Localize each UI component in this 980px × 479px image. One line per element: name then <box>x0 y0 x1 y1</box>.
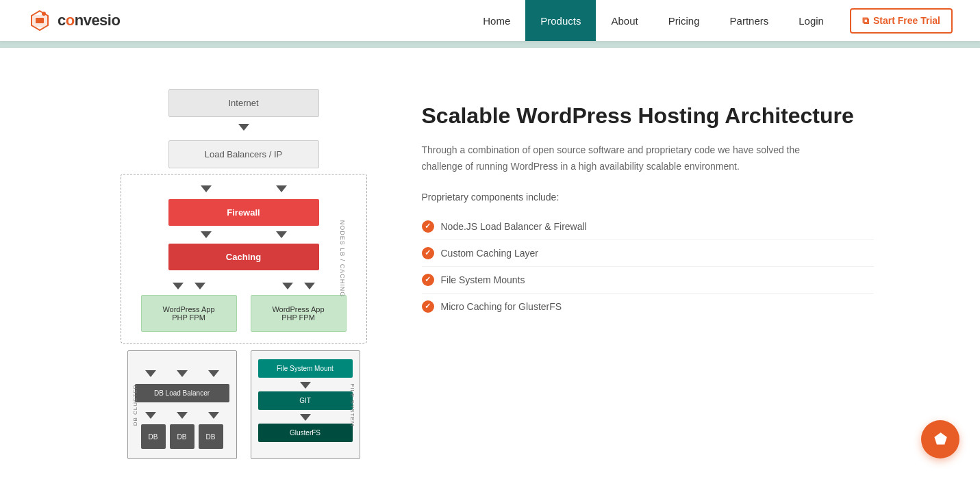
db-node-1: DB <box>141 424 166 449</box>
nodes-section: NODES LB / CACHING Firewall Caching <box>121 174 367 344</box>
logo-icon <box>27 8 52 33</box>
content-section: Scalable WordPress Hosting Architecture … <box>422 89 874 320</box>
feature-text-1: Node.JS Load Balancer & Firewall <box>441 221 587 232</box>
nodes-label: NODES LB / CACHING <box>339 220 346 298</box>
proprietary-label: Proprietary components include: <box>422 192 874 203</box>
nav-partners[interactable]: Partners <box>715 0 784 41</box>
nav-about[interactable]: About <box>596 0 653 41</box>
svg-point-3 <box>42 12 46 16</box>
bottom-row: DB CLUSTER DB Load Balancer <box>107 350 381 459</box>
load-balancer-block: Load Balancers / IP <box>168 140 319 168</box>
nav-login[interactable]: Login <box>783 0 839 41</box>
db-cluster-label: DB CLUSTER <box>131 384 138 426</box>
feature-item-4: Micro Caching for GlusterFS <box>422 294 874 320</box>
main-content: Internet Load Balancers / IP NODES LB / … <box>79 89 901 459</box>
db-node-3: DB <box>199 424 223 449</box>
feature-item-2: Custom Caching Layer <box>422 240 874 267</box>
feature-text-3: File System Mounts <box>441 274 525 285</box>
nav-links: Home Products About Pricing Partners Log… <box>468 0 953 41</box>
teal-banner <box>0 41 980 48</box>
db-node-2: DB <box>170 424 194 449</box>
check-icon-4 <box>422 300 434 313</box>
logo-text: convesio <box>58 12 120 29</box>
feature-item-1: Node.JS Load Balancer & Firewall <box>422 213 874 240</box>
fs-mount-block: File System Mount <box>258 359 353 378</box>
check-icon-1 <box>422 220 434 233</box>
glusterfs-block: GlusterFS <box>258 424 353 442</box>
feature-list: Node.JS Load Balancer & Firewall Custom … <box>422 213 874 320</box>
git-block: GIT <box>258 391 353 410</box>
navbar: convesio Home Products About Pricing Par… <box>0 0 980 41</box>
wp-apps-row: WordPress AppPHP FPM WordPress AppPHP FP… <box>129 280 358 332</box>
logo[interactable]: convesio <box>27 8 120 33</box>
fab-button[interactable]: ⬟ <box>921 420 959 458</box>
file-system-cluster: FILE SYSTEM File System Mount GIT Gluste… <box>251 350 360 459</box>
internet-block: Internet <box>168 89 319 117</box>
fab-icon: ⬟ <box>934 430 947 448</box>
db-cluster: DB CLUSTER DB Load Balancer <box>127 350 237 459</box>
caching-block: Caching <box>168 244 319 270</box>
section-description: Through a combination of open source sof… <box>422 142 805 175</box>
cta-icon: ⧉ <box>862 15 869 27</box>
feature-text-4: Micro Caching for GlusterFS <box>441 301 562 312</box>
wp-app-1: WordPress AppPHP FPM <box>141 295 237 332</box>
nav-cta-button[interactable]: ⧉ Start Free Trial <box>850 8 953 34</box>
check-icon-3 <box>422 274 434 286</box>
wp-app-2: WordPress AppPHP FPM <box>251 295 347 332</box>
db-nodes: DB DB DB <box>135 424 229 449</box>
svg-rect-2 <box>36 18 44 23</box>
feature-text-2: Custom Caching Layer <box>441 248 538 259</box>
check-icon-2 <box>422 247 434 259</box>
nav-home[interactable]: Home <box>468 0 525 41</box>
db-load-balancer: DB Load Balancer <box>135 384 229 402</box>
feature-item-3: File System Mounts <box>422 267 874 294</box>
cta-label: Start Free Trial <box>873 15 940 26</box>
firewall-block: Firewall <box>168 199 319 226</box>
section-title: Scalable WordPress Hosting Architecture <box>422 103 874 129</box>
nav-products[interactable]: Products <box>525 0 596 41</box>
architecture-diagram: Internet Load Balancers / IP NODES LB / … <box>107 89 381 459</box>
nav-pricing[interactable]: Pricing <box>653 0 715 41</box>
fs-cluster-label: FILE SYSTEM <box>349 383 355 426</box>
